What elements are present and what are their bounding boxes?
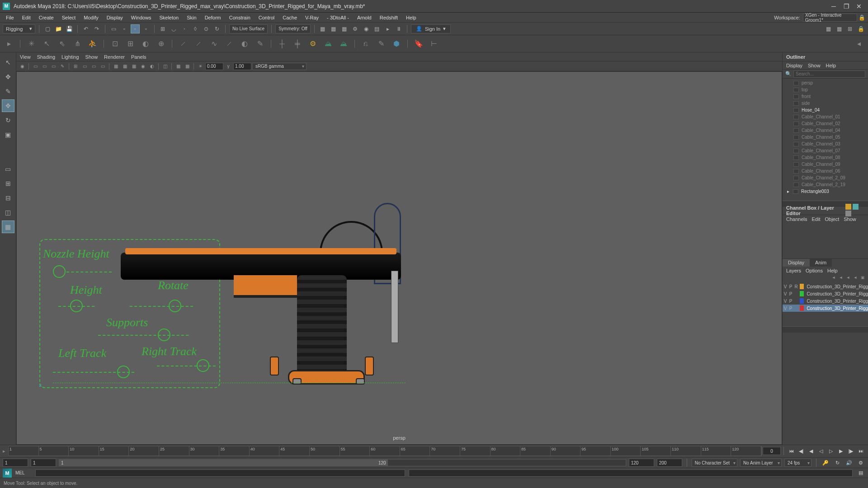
select-face-icon[interactable]: ▫ xyxy=(142,24,151,33)
menu-edit[interactable]: Edit xyxy=(18,14,35,21)
render-frame-icon[interactable]: ▦ xyxy=(329,24,338,33)
panel-menu-renderer[interactable]: Renderer xyxy=(104,54,125,60)
shelf-opt1-icon[interactable]: ▦ xyxy=(824,24,833,33)
sculpt-icon[interactable]: ✎ xyxy=(254,38,266,50)
layer-col-p[interactable]: P xyxy=(788,299,793,304)
menu-v-ray[interactable]: V-Ray xyxy=(301,14,323,21)
menu-skeleton[interactable]: Skeleton xyxy=(155,14,183,21)
snap-live-icon[interactable]: ↻ xyxy=(212,24,222,33)
outliner-item[interactable]: Cable_Channel_04 xyxy=(783,127,868,134)
render-p1-icon[interactable]: ▸ xyxy=(383,24,392,33)
ipr-icon[interactable]: ▦ xyxy=(340,24,349,33)
outliner-item[interactable]: ▸Rectangle003 xyxy=(783,188,868,195)
script-editor-icon[interactable]: ▤ xyxy=(856,469,865,477)
joint-tool-icon[interactable]: ✳ xyxy=(25,38,38,50)
menu-file[interactable]: File xyxy=(2,14,18,21)
layer-menu-help[interactable]: Help xyxy=(827,268,838,273)
select-obj-icon[interactable]: ▭ xyxy=(109,24,118,33)
lasso-tool-icon[interactable]: ✥ xyxy=(2,70,14,83)
layer-color-swatch[interactable] xyxy=(800,305,804,311)
layer-color-swatch[interactable] xyxy=(800,298,804,304)
prefs-icon[interactable]: ⚙ xyxy=(856,459,865,467)
timeline-ruler[interactable]: 1510152025303540455055606570758085909510… xyxy=(8,446,762,456)
cb-ico1[interactable] xyxy=(845,204,851,210)
panel-menu-show[interactable]: Show xyxy=(85,54,98,60)
menu-create[interactable]: Create xyxy=(35,14,58,21)
render-pause-icon[interactable]: ⏸ xyxy=(394,24,403,33)
layer-new-icon[interactable]: ▣ xyxy=(860,275,865,280)
range-end-out[interactable]: 200 xyxy=(657,459,682,467)
shadows-icon[interactable]: ◐ xyxy=(148,62,156,70)
range-end-in[interactable]: 120 xyxy=(629,459,654,467)
wrap-icon[interactable]: ∿ xyxy=(208,38,220,50)
frame-sel-icon[interactable]: ⊟ xyxy=(2,192,14,204)
film-gate-icon[interactable]: ▭ xyxy=(80,62,89,70)
display-layer-row[interactable]: VPConstruction_3D_Printer_Rigg xyxy=(783,290,868,297)
bind-skin-icon[interactable]: ⊡ xyxy=(108,38,121,50)
outliner-search-input[interactable] xyxy=(793,70,865,78)
set-driven-key-icon[interactable]: ⎌ xyxy=(359,38,372,50)
module-selector[interactable]: Rigging▾ xyxy=(3,24,35,33)
layer-h-scrollbar[interactable] xyxy=(783,326,868,333)
expression-editor-icon[interactable]: ⬢ xyxy=(390,38,403,50)
pose-icon[interactable]: ⊢ xyxy=(428,38,440,50)
workspace-lock-icon[interactable]: 🔒 xyxy=(857,13,866,22)
copy-weights-icon[interactable]: ⊕ xyxy=(155,38,167,50)
layer-col-v[interactable]: V xyxy=(783,306,788,311)
timeline-collapse-icon[interactable]: ▸ xyxy=(3,448,7,454)
exposure-icon[interactable]: ☀ xyxy=(196,62,204,70)
layer-col-p[interactable]: P xyxy=(788,284,793,289)
outliner-item[interactable]: Cable_Channel_01 xyxy=(783,113,868,120)
outliner-item[interactable]: front xyxy=(783,93,868,100)
menu-select[interactable]: Select xyxy=(58,14,80,21)
live-surface-dropdown[interactable]: No Live Surface xyxy=(229,24,268,33)
play-back-icon[interactable]: ◁ xyxy=(816,447,826,455)
menu-help[interactable]: Help xyxy=(402,14,420,21)
menu-windows[interactable]: Windows xyxy=(127,14,156,21)
range-slider[interactable]: 1120 xyxy=(59,459,626,466)
shelf-opt3-icon[interactable]: ⊞ xyxy=(845,24,854,33)
display-layer-row[interactable]: VPConstruction_3D_Printer_Rigg xyxy=(783,297,868,305)
outliner-item[interactable]: top xyxy=(783,86,868,93)
current-frame-field[interactable]: 0 xyxy=(763,447,781,455)
constraint-scale-icon[interactable]: ⛰ xyxy=(337,38,350,50)
bookmark-icon[interactable]: 🔖 xyxy=(412,38,425,50)
cb-ico2[interactable] xyxy=(853,204,859,210)
paint-weights-icon[interactable]: ⊞ xyxy=(124,38,137,50)
outliner-item[interactable]: Cable_Channel_2_09 xyxy=(783,174,868,181)
channelbox-menu-channels[interactable]: Channels xyxy=(786,216,807,222)
menu-arnold[interactable]: Arnold xyxy=(353,14,376,21)
layer-col-r[interactable]: R xyxy=(793,284,799,289)
outliner-item[interactable]: Cable_Channel_09 xyxy=(783,161,868,168)
autokey-icon[interactable]: 🔑 xyxy=(821,459,830,467)
new-scene-icon[interactable]: ▢ xyxy=(43,24,52,33)
menu--dtoall-[interactable]: - 3DtoAll - xyxy=(323,14,353,21)
select-vert-icon[interactable]: ▫ xyxy=(120,24,129,33)
outliner-item[interactable]: Hose_04 xyxy=(783,107,868,113)
2d-pan-icon[interactable]: ▭ xyxy=(49,62,57,70)
isolate-select-icon[interactable]: ◫ xyxy=(161,62,169,70)
layer-col-v[interactable]: V xyxy=(783,291,788,296)
scale-tool-icon[interactable]: ▣ xyxy=(2,128,14,141)
range-start-out[interactable]: 1 xyxy=(3,459,28,467)
script-lang-button[interactable]: MEL xyxy=(15,470,32,475)
use-lights-icon[interactable]: ◉ xyxy=(139,62,147,70)
wireframe-icon[interactable]: ▦ xyxy=(112,62,120,70)
menu-redshift[interactable]: Redshift xyxy=(376,14,402,21)
smooth-shade-icon[interactable]: ▦ xyxy=(121,62,129,70)
go-end-icon[interactable]: ⏭ xyxy=(856,447,865,455)
next-key-icon[interactable]: |▶ xyxy=(846,447,855,455)
redo-icon[interactable]: ↷ xyxy=(92,24,101,33)
outliner-menu-help[interactable]: Help xyxy=(826,63,836,68)
workspace-selector[interactable]: XGen - Interactive Groom1* xyxy=(803,14,857,22)
constraint-point-icon[interactable]: ╪ xyxy=(291,38,304,50)
shelf-collapse-icon[interactable]: ◂ xyxy=(853,38,865,50)
minimize-button[interactable]: ─ xyxy=(827,2,840,11)
step-fwd-icon[interactable]: ▶ xyxy=(836,447,845,455)
tab-anim[interactable]: Anim xyxy=(810,259,832,267)
prev-key-icon[interactable]: ◀| xyxy=(797,447,806,455)
menu-skin[interactable]: Skin xyxy=(183,14,200,21)
outliner-menu-display[interactable]: Display xyxy=(786,63,802,68)
layer-right-icon[interactable]: ◄ xyxy=(853,275,858,280)
light-editor-icon[interactable]: ▤ xyxy=(373,24,382,33)
